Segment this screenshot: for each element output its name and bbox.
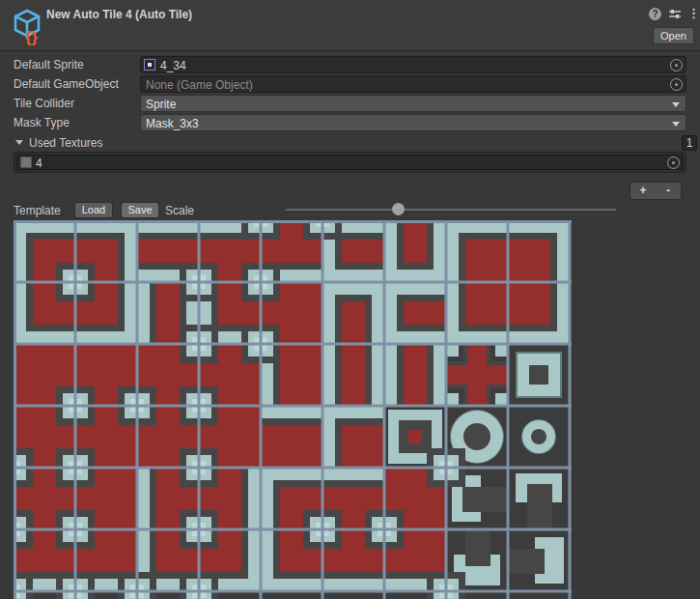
mask-type-dropdown[interactable]: Mask_3x3 <box>140 114 686 131</box>
dropdown-value: Sprite <box>146 98 176 111</box>
dropdown-value: Mask_3x3 <box>146 117 199 130</box>
field-row-default-sprite: Default Sprite 4_34 <box>0 56 700 73</box>
scriptable-object-icon: {} <box>8 4 46 46</box>
svg-text:{}: {} <box>25 28 39 46</box>
scale-slider[interactable] <box>286 209 616 211</box>
field-row-default-gameobject: Default GameObject None (Game Object) <box>0 75 700 93</box>
scale-slider-handle[interactable] <box>392 203 405 215</box>
field-row-mask-type: Mask Type Mask_3x3 <box>0 114 700 131</box>
open-button[interactable]: Open <box>653 27 694 44</box>
texture-list-item[interactable]: 4 <box>16 155 684 170</box>
field-value: None (Game Object) <box>146 78 253 92</box>
field-label: Mask Type <box>14 116 70 129</box>
foldout-arrow-icon <box>15 140 23 145</box>
used-textures-label: Used Textures <box>29 136 102 150</box>
asset-title: New Auto Tile 4 (Auto Tile) <box>46 8 192 21</box>
used-textures-list: 4 <box>14 152 686 173</box>
list-footer: + - <box>630 182 682 200</box>
template-label: Template <box>14 204 61 217</box>
remove-element-button[interactable]: - <box>656 183 681 199</box>
save-button[interactable]: Save <box>121 202 159 218</box>
texture-thumbnail-icon <box>20 157 32 168</box>
help-icon[interactable]: ? <box>649 8 661 20</box>
tile-collider-dropdown[interactable]: Sprite <box>140 95 686 112</box>
load-button[interactable]: Load <box>74 202 113 218</box>
kebab-menu-icon[interactable]: ⋮ <box>687 5 700 22</box>
default-sprite-field[interactable]: 4_34 <box>140 56 686 73</box>
inspector-header: {} New Auto Tile 4 (Auto Tile) ? ⋮ Open <box>0 0 700 51</box>
texture-name: 4 <box>36 157 42 170</box>
field-value: 4_34 <box>160 59 186 72</box>
chevron-down-icon <box>672 122 680 127</box>
chevron-down-icon <box>672 102 680 107</box>
field-label: Default Sprite <box>14 58 84 71</box>
field-label: Default GameObject <box>14 77 119 91</box>
field-label: Tile Collider <box>14 97 74 110</box>
sprite-thumbnail-icon <box>144 59 155 71</box>
object-picker-icon[interactable] <box>667 157 680 169</box>
array-size-field[interactable]: 1 <box>682 135 697 151</box>
inspector-window: {} New Auto Tile 4 (Auto Tile) ? ⋮ Open … <box>0 0 700 599</box>
object-picker-icon[interactable] <box>670 59 683 71</box>
tile-grid-canvas[interactable] <box>14 220 572 599</box>
field-row-tile-collider: Tile Collider Sprite <box>0 95 700 112</box>
object-picker-icon[interactable] <box>670 78 683 91</box>
scale-label: Scale <box>165 204 194 217</box>
presets-icon[interactable] <box>668 8 682 20</box>
used-textures-foldout[interactable]: Used Textures 1 <box>0 135 700 151</box>
default-gameobject-field[interactable]: None (Game Object) <box>140 75 686 93</box>
add-element-button[interactable]: + <box>630 183 656 199</box>
